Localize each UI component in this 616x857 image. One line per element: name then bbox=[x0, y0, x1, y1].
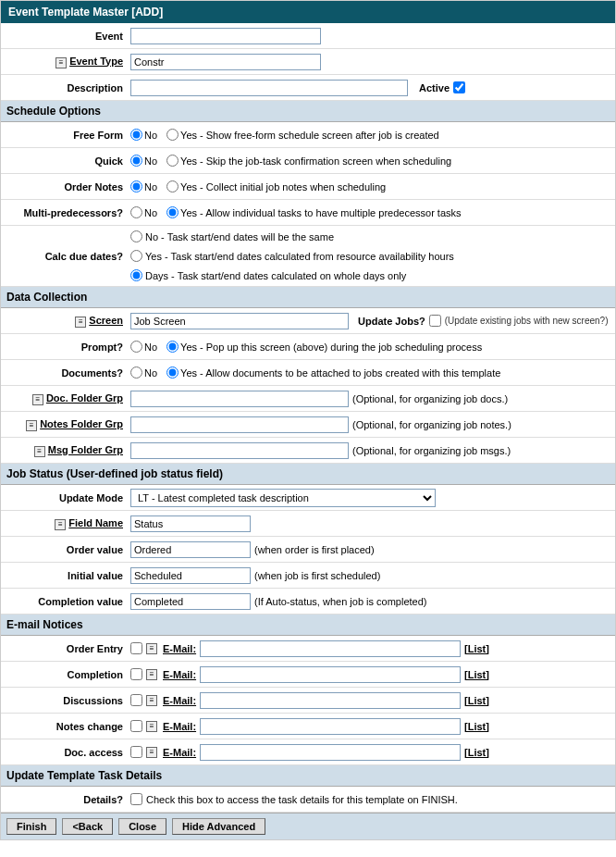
doc-access-label: Doc. access bbox=[1, 747, 130, 758]
order-value-label: Order value bbox=[1, 544, 130, 555]
completion-value-hint: (If Auto-status, when job is completed) bbox=[254, 596, 426, 607]
calc-due-no-radio[interactable] bbox=[130, 230, 142, 242]
order-entry-label: Order Entry bbox=[1, 643, 130, 654]
event-type-label[interactable]: ≡ Event Type bbox=[1, 56, 130, 68]
order-entry-checkbox[interactable] bbox=[130, 642, 142, 654]
multi-pred-yes-radio[interactable] bbox=[166, 206, 179, 218]
quick-label: Quick bbox=[1, 155, 130, 167]
close-button[interactable]: Close bbox=[118, 818, 166, 835]
quick-no-radio[interactable] bbox=[130, 155, 142, 167]
section-update-template: Update Template Task Details bbox=[1, 765, 615, 787]
completion-list-link[interactable]: [List] bbox=[464, 669, 489, 680]
lookup-icon[interactable]: ≡ bbox=[146, 643, 157, 654]
discussions-label: Discussions bbox=[1, 695, 130, 706]
lookup-icon[interactable]: ≡ bbox=[146, 721, 157, 732]
completion-email-label[interactable]: E-Mail: bbox=[163, 669, 196, 680]
free-form-yes-radio[interactable] bbox=[166, 129, 179, 141]
doc-access-email-label[interactable]: E-Mail: bbox=[163, 747, 196, 758]
doc-folder-label[interactable]: ≡ Doc. Folder Grp bbox=[1, 392, 130, 405]
completion-value-input[interactable] bbox=[130, 593, 251, 610]
active-checkbox[interactable] bbox=[453, 81, 465, 93]
calc-due-days-radio[interactable] bbox=[130, 269, 142, 281]
completion-email-input[interactable] bbox=[200, 666, 461, 683]
lookup-icon[interactable]: ≡ bbox=[146, 695, 157, 706]
discussions-list-link[interactable]: [List] bbox=[464, 695, 489, 706]
msg-folder-input[interactable] bbox=[130, 442, 349, 459]
back-button[interactable]: <Back bbox=[62, 818, 113, 835]
screen-label[interactable]: ≡ Screen bbox=[1, 315, 130, 328]
update-jobs-checkbox[interactable] bbox=[429, 315, 441, 327]
event-type-input[interactable] bbox=[130, 54, 321, 70]
hide-advanced-button[interactable]: Hide Advanced bbox=[172, 818, 265, 835]
doc-folder-input[interactable] bbox=[130, 391, 349, 407]
screen-input[interactable] bbox=[130, 313, 349, 329]
order-value-input[interactable] bbox=[130, 541, 251, 558]
update-jobs-label: Update Jobs? bbox=[358, 316, 425, 327]
lookup-icon[interactable]: ≡ bbox=[55, 57, 67, 68]
notes-folder-input[interactable] bbox=[130, 416, 349, 433]
documents-label: Documents? bbox=[1, 367, 130, 379]
completion-checkbox[interactable] bbox=[130, 668, 142, 680]
finish-button[interactable]: Finish bbox=[6, 818, 56, 835]
msg-folder-hint: (Optional, for organizing job msgs.) bbox=[352, 445, 511, 456]
notes-folder-label[interactable]: ≡ Notes Folder Grp bbox=[1, 418, 130, 431]
initial-value-input[interactable] bbox=[130, 567, 251, 584]
notes-folder-hint: (Optional, for organizing job notes.) bbox=[352, 419, 511, 430]
button-bar: Finish <Back Close Hide Advanced bbox=[1, 813, 615, 839]
doc-access-email-input[interactable] bbox=[200, 744, 461, 761]
lookup-icon[interactable]: ≡ bbox=[75, 317, 86, 328]
quick-yes-radio[interactable] bbox=[166, 155, 179, 167]
lookup-icon[interactable]: ≡ bbox=[32, 394, 43, 405]
completion-label: Completion bbox=[1, 669, 130, 680]
description-input[interactable] bbox=[130, 80, 408, 96]
order-entry-list-link[interactable]: [List] bbox=[464, 643, 489, 654]
notes-change-list-link[interactable]: [List] bbox=[464, 721, 489, 732]
lookup-icon[interactable]: ≡ bbox=[55, 519, 66, 530]
event-input[interactable] bbox=[130, 28, 321, 44]
doc-folder-hint: (Optional, for organizing job docs.) bbox=[352, 393, 508, 404]
page-title: Event Template Master [ADD] bbox=[1, 1, 615, 23]
free-form-no-radio[interactable] bbox=[130, 129, 142, 141]
free-form-label: Free Form bbox=[1, 130, 130, 141]
doc-access-checkbox[interactable] bbox=[130, 746, 142, 758]
section-email-notices: E-mail Notices bbox=[1, 615, 615, 636]
discussions-checkbox[interactable] bbox=[130, 694, 142, 706]
calc-due-label: Calc due dates? bbox=[1, 251, 130, 262]
prompt-yes-radio[interactable] bbox=[166, 341, 179, 353]
update-mode-select[interactable]: LT - Latest completed task description bbox=[130, 489, 436, 507]
section-schedule-options: Schedule Options bbox=[1, 101, 615, 122]
order-value-hint: (when order is first placed) bbox=[254, 544, 375, 555]
section-job-status: Job Status (User-defined job status fiel… bbox=[1, 464, 615, 485]
discussions-email-label[interactable]: E-Mail: bbox=[163, 695, 196, 706]
multi-pred-label: Multi-predecessors? bbox=[1, 207, 130, 218]
notes-change-email-label[interactable]: E-Mail: bbox=[163, 721, 196, 732]
details-checkbox[interactable] bbox=[130, 793, 142, 805]
order-notes-no-radio[interactable] bbox=[130, 180, 142, 193]
order-notes-yes-radio[interactable] bbox=[166, 180, 179, 193]
msg-folder-label[interactable]: ≡ Msg Folder Grp bbox=[1, 444, 130, 457]
multi-pred-no-radio[interactable] bbox=[130, 206, 142, 218]
doc-access-list-link[interactable]: [List] bbox=[464, 747, 489, 758]
notes-change-email-input[interactable] bbox=[200, 718, 461, 735]
notes-change-checkbox[interactable] bbox=[130, 720, 142, 732]
lookup-icon[interactable]: ≡ bbox=[146, 747, 157, 758]
prompt-label: Prompt? bbox=[1, 342, 130, 353]
description-label: Description bbox=[1, 82, 130, 93]
order-entry-email-label[interactable]: E-Mail: bbox=[163, 643, 196, 654]
order-entry-email-input[interactable] bbox=[200, 640, 461, 657]
field-name-input[interactable] bbox=[130, 515, 251, 532]
details-text: Check this box to access the task detail… bbox=[146, 794, 458, 805]
lookup-icon[interactable]: ≡ bbox=[26, 420, 37, 431]
discussions-email-input[interactable] bbox=[200, 692, 461, 709]
calc-due-yes-radio[interactable] bbox=[130, 250, 142, 262]
active-label: Active bbox=[419, 82, 450, 93]
field-name-label[interactable]: ≡ Field Name bbox=[1, 517, 130, 530]
details-label: Details? bbox=[1, 794, 130, 805]
documents-yes-radio[interactable] bbox=[166, 366, 179, 379]
prompt-no-radio[interactable] bbox=[130, 341, 142, 353]
documents-no-radio[interactable] bbox=[130, 366, 142, 379]
update-mode-label: Update Mode bbox=[1, 492, 130, 503]
update-jobs-hint: (Update existing jobs with new screen?) bbox=[445, 316, 609, 326]
lookup-icon[interactable]: ≡ bbox=[34, 446, 45, 457]
lookup-icon[interactable]: ≡ bbox=[146, 669, 157, 680]
